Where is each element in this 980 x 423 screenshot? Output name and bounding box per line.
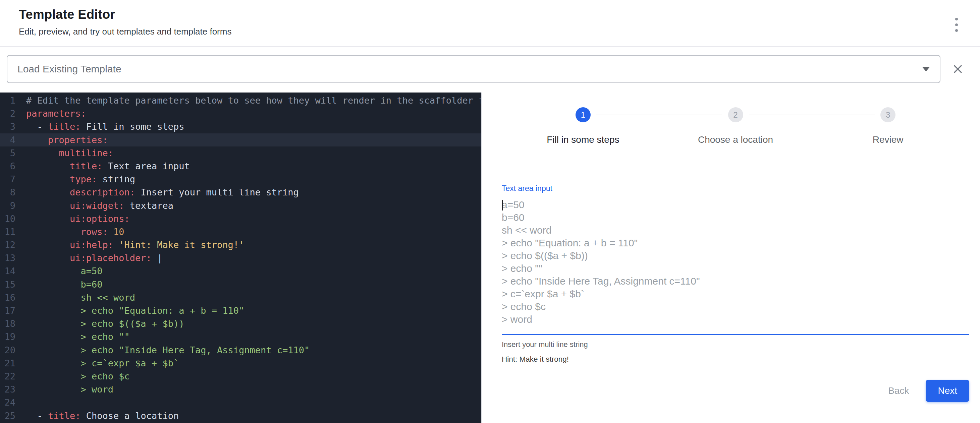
form-actions: Back Next xyxy=(502,380,969,402)
line-number: 17 xyxy=(0,304,16,317)
line-number: 18 xyxy=(0,317,16,330)
code-line: 14 a=50 xyxy=(0,265,481,277)
page-subtitle: Edit, preview, and try out templates and… xyxy=(19,27,231,37)
panel-divider[interactable] xyxy=(481,92,487,423)
textarea-placeholder: a=50b=60sh << word> echo "Equation: a + … xyxy=(502,198,969,326)
code-line: 9 ui:widget: textarea xyxy=(0,199,481,212)
dropdown-caret-icon xyxy=(922,67,930,71)
stepper-step: 3Review xyxy=(811,107,964,145)
code-line: 21 > c=`expr $a + $b` xyxy=(0,356,481,370)
code-editor[interactable]: 1# Edit the template parameters below to… xyxy=(0,92,481,423)
code-line: 13 ui:placeholder: | xyxy=(0,251,481,265)
code-line: 2parameters: xyxy=(0,107,481,120)
code-line: 3 - title: Fill in some steps xyxy=(0,120,481,133)
line-number: 22 xyxy=(0,370,16,383)
more-options-button[interactable] xyxy=(948,12,965,38)
stepper-step: 2Choose a location xyxy=(659,107,812,145)
load-template-value: Load Existing Template xyxy=(18,63,922,75)
header-text: Template Editor Edit, preview, and try o… xyxy=(19,7,231,37)
close-x-icon xyxy=(951,62,964,76)
kebab-dot xyxy=(955,24,958,26)
line-number: 5 xyxy=(0,146,16,160)
code-line: 25 - title: Choose a location xyxy=(0,409,481,422)
textarea-placeholder-line: > echo "Inside Here Tag, Assignment c=11… xyxy=(502,275,969,288)
textarea-placeholder-line: > c=`expr $a + $b` xyxy=(502,288,969,300)
multiline-textarea[interactable]: a=50b=60sh << word> echo "Equation: a + … xyxy=(502,198,969,335)
kebab-dot xyxy=(955,18,958,21)
line-number: 25 xyxy=(0,409,16,422)
code-line: 1# Edit the template parameters below to… xyxy=(0,94,481,107)
code-line: 16 sh << word xyxy=(0,291,481,304)
step-label: Choose a location xyxy=(698,135,773,145)
code-line: 8 description: Insert your multi line st… xyxy=(0,186,481,199)
code-line: 19 > echo "" xyxy=(0,330,481,343)
code-line: 6 title: Text area input xyxy=(0,160,481,173)
textarea-placeholder-line: > echo $c xyxy=(502,300,969,313)
line-number: 9 xyxy=(0,199,16,212)
code-line: 4 properties: xyxy=(0,133,481,146)
code-line: 23 > word xyxy=(0,383,481,396)
code-line: 17 > echo "Equation: a + b = 110" xyxy=(0,304,481,317)
line-number: 2 xyxy=(0,107,16,120)
line-number: 19 xyxy=(0,330,16,343)
form-preview-panel: 1Fill in some steps2Choose a location3Re… xyxy=(487,92,980,423)
code-line: 12 ui:help: 'Hint: Make it strong!' xyxy=(0,238,481,251)
field-description: Insert your multi line string xyxy=(502,340,969,349)
code-line: 11 rows: 10 xyxy=(0,225,481,238)
line-number: 1 xyxy=(0,94,16,107)
back-button[interactable]: Back xyxy=(881,381,916,401)
code-line: 7 type: string xyxy=(0,173,481,186)
stepper-connector xyxy=(749,115,875,115)
code-line: 5 multiline: xyxy=(0,146,481,160)
code-line: 20 > echo "Inside Here Tag, Assignment c… xyxy=(0,344,481,356)
step-label: Review xyxy=(873,135,904,145)
textarea-placeholder-line: b=60 xyxy=(502,211,969,224)
line-number: 24 xyxy=(0,396,16,409)
step-label: Fill in some steps xyxy=(547,135,619,145)
line-number: 15 xyxy=(0,278,16,291)
field-hint: Hint: Make it strong! xyxy=(502,355,969,364)
textarea-placeholder-line: > echo $(($a + $b)) xyxy=(502,249,969,262)
code-line: 10 ui:options: xyxy=(0,212,481,225)
main-split: 1# Edit the template parameters below to… xyxy=(0,92,980,423)
line-number: 3 xyxy=(0,120,16,133)
line-number: 13 xyxy=(0,251,16,265)
line-number: 16 xyxy=(0,291,16,304)
step-number-badge: 1 xyxy=(576,107,590,122)
stepper: 1Fill in some steps2Choose a location3Re… xyxy=(507,107,964,145)
text-cursor xyxy=(502,200,503,211)
code-line: 15 b=60 xyxy=(0,278,481,291)
line-number: 6 xyxy=(0,160,16,173)
textarea-placeholder-line: sh << word xyxy=(502,224,969,237)
textarea-placeholder-line: > echo "Equation: a + b = 110" xyxy=(502,237,969,249)
code-line: 24 xyxy=(0,396,481,409)
line-number: 4 xyxy=(0,133,16,146)
step-number-badge: 2 xyxy=(728,107,743,122)
page-title: Template Editor xyxy=(19,7,231,22)
line-number: 12 xyxy=(0,238,16,251)
line-number: 8 xyxy=(0,186,16,199)
line-number: 11 xyxy=(0,225,16,238)
page-header: Template Editor Edit, preview, and try o… xyxy=(0,0,980,47)
textarea-placeholder-line: > echo "" xyxy=(502,262,969,275)
code-line: 18 > echo $(($a + $b)) xyxy=(0,317,481,330)
textarea-placeholder-line: > word xyxy=(502,313,969,326)
stepper-step: 1Fill in some steps xyxy=(507,107,659,145)
template-form: Text area input a=50b=60sh << word> echo… xyxy=(502,184,969,402)
clear-selection-button[interactable] xyxy=(946,57,970,81)
template-editor-page: Template Editor Edit, preview, and try o… xyxy=(0,0,980,423)
textarea-placeholder-line: a=50 xyxy=(502,198,969,211)
load-template-select[interactable]: Load Existing Template xyxy=(7,55,940,83)
field-label: Text area input xyxy=(502,184,969,193)
kebab-dot xyxy=(955,29,958,32)
next-button[interactable]: Next xyxy=(926,380,969,402)
step-number-badge: 3 xyxy=(880,107,896,122)
line-number: 7 xyxy=(0,173,16,186)
line-number: 23 xyxy=(0,383,16,396)
line-number: 21 xyxy=(0,356,16,370)
code-line: 22 > echo $c xyxy=(0,370,481,383)
load-template-section: Load Existing Template xyxy=(0,47,980,92)
line-number: 10 xyxy=(0,212,16,225)
line-number: 14 xyxy=(0,265,16,277)
stepper-connector xyxy=(596,115,722,115)
